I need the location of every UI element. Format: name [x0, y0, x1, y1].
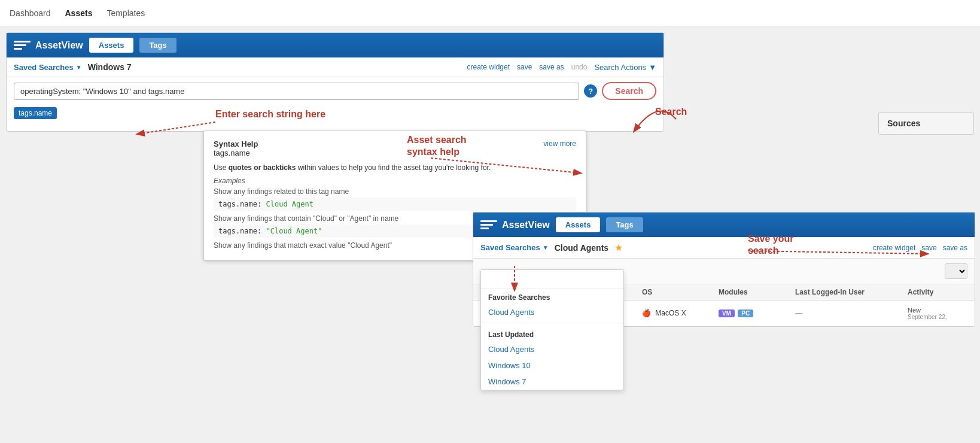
panel2-toolbar: Saved Searches ▼ Favorite Searches Cloud…	[473, 237, 975, 259]
syntax-examples-title: Examples	[214, 177, 576, 185]
panel2-toolbar-right: create widget save save as	[873, 244, 967, 252]
save-as-link[interactable]: save as	[539, 63, 564, 71]
panel-header: AssetView Assets Tags	[7, 33, 664, 57]
panel-toolbar: Saved Searches ▼ Windows 7 create widget…	[7, 57, 664, 77]
view-more-link[interactable]: view more	[543, 139, 576, 148]
search-name: Windows 7	[88, 62, 132, 72]
dropdown-divider	[481, 323, 623, 323]
activity-status: New	[908, 307, 967, 314]
autocomplete-item[interactable]: tags.name	[14, 107, 57, 119]
panel2-save-link[interactable]: save	[921, 244, 936, 252]
col-modules: Modules	[719, 288, 790, 296]
nav-dashboard[interactable]: Dashboard	[10, 2, 51, 24]
syntax-help-title-block: Syntax Help tags.name	[214, 139, 258, 157]
saved-searches-arrow: ▼	[76, 64, 82, 71]
panel2-header: AssetView Assets Tags	[473, 213, 975, 237]
help-button[interactable]: ?	[584, 84, 597, 98]
sources-label: Sources	[887, 119, 920, 128]
search-input-row: ? Search	[7, 77, 664, 105]
activity-cell: New September 22,	[908, 307, 967, 320]
nav-templates[interactable]: Templates	[106, 2, 145, 24]
logo-icon	[14, 40, 31, 51]
autocomplete-row: tags.name	[7, 105, 664, 119]
saved-searches-wrapper: Saved Searches ▼ Favorite Searches Cloud…	[480, 243, 549, 252]
saved-searches-button[interactable]: Saved Searches ▼	[14, 63, 82, 72]
dropdown-search-input[interactable]	[481, 270, 623, 289]
last-updated-label: Last Updated	[481, 326, 623, 341]
save-link[interactable]: save	[517, 63, 532, 71]
panel2-saved-searches-button[interactable]: Saved Searches ▼	[480, 243, 549, 252]
panel2-save-as-link[interactable]: save as	[943, 244, 967, 252]
activity-date: September 22,	[908, 314, 967, 320]
filter-select[interactable]	[945, 263, 967, 279]
panel2-logo-icon	[480, 219, 497, 231]
panel2-tab-tags[interactable]: Tags	[606, 217, 643, 232]
panel2-create-widget[interactable]: create widget	[873, 244, 915, 252]
syntax-help-desc: Use quotes or backticks within values to…	[214, 163, 576, 172]
panel-secondary: AssetView Assets Tags Saved Searches ▼ F…	[473, 212, 975, 327]
dropdown-item-windows10[interactable]: Windows 10	[481, 357, 623, 374]
panel2-search-name: Cloud Agents	[555, 243, 608, 253]
os-cell: 🍎 MacOS X	[642, 309, 714, 317]
top-nav: Dashboard Assets Templates	[0, 0, 980, 26]
nav-assets[interactable]: Assets	[65, 2, 93, 24]
logo: AssetView	[14, 40, 83, 51]
search-button[interactable]: Search	[602, 82, 656, 100]
vm-badge: VM	[719, 310, 735, 317]
search-actions-arrow: ▼	[649, 63, 656, 72]
panel2-saved-searches-arrow: ▼	[543, 244, 549, 251]
syntax-help-header: Syntax Help tags.name view more	[214, 139, 576, 157]
panel2-logo: AssetView	[480, 219, 550, 231]
search-actions-button[interactable]: Search Actions ▼	[594, 63, 656, 72]
dropdown-item-windows7[interactable]: Windows 7	[481, 374, 623, 390]
favorite-searches-label: Favorite Searches	[481, 289, 623, 304]
last-user-cell: —	[795, 309, 903, 317]
panel-main: AssetView Assets Tags Saved Searches ▼ W…	[6, 32, 664, 132]
os-name: MacOS X	[655, 309, 686, 317]
search-input[interactable]	[14, 83, 579, 100]
saved-searches-dropdown: Favorite Searches Cloud Agents Last Upda…	[480, 269, 624, 390]
syntax-example-1: Show any findings related to this tag na…	[214, 187, 576, 196]
star-icon: ★	[614, 242, 623, 253]
tab-assets[interactable]: Assets	[89, 38, 134, 53]
col-activity: Activity	[908, 288, 967, 296]
syntax-code-1: tags.name: Cloud Agent	[214, 198, 576, 211]
toolbar-actions: create widget save save as undo Search A…	[467, 63, 656, 72]
dropdown-item-cloud-agents[interactable]: Cloud Agents	[481, 341, 623, 357]
panel2-logo-text: AssetView	[502, 220, 550, 230]
apple-icon: 🍎	[642, 309, 651, 317]
dropdown-item-cloud-agents-fav[interactable]: Cloud Agents	[481, 304, 623, 320]
panel2-tab-assets[interactable]: Assets	[556, 217, 601, 232]
syntax-help-title: Syntax Help	[214, 139, 258, 148]
create-widget-link[interactable]: create widget	[467, 63, 510, 71]
logo-text: AssetView	[35, 40, 83, 51]
col-last-user: Last Logged-In User	[795, 288, 903, 296]
modules-cell: VM PC	[719, 309, 790, 317]
syntax-help-field: tags.name	[214, 148, 250, 157]
tab-tags[interactable]: Tags	[139, 38, 176, 53]
col-os: OS	[642, 288, 714, 296]
undo-text[interactable]: undo	[571, 63, 588, 71]
pc-badge: PC	[738, 310, 753, 317]
sources-tab: Sources	[878, 112, 974, 135]
